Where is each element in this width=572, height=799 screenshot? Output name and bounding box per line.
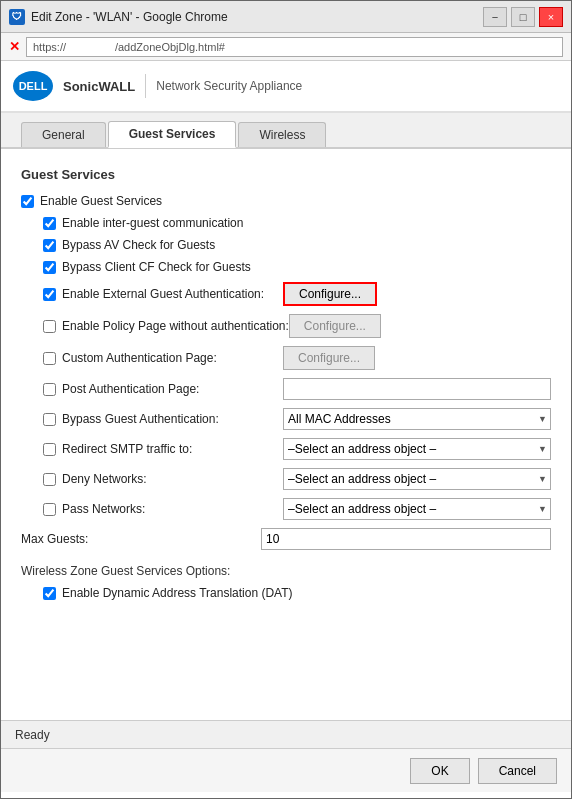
max-guests-row: Max Guests: — [21, 528, 551, 550]
av-check-checkbox[interactable] — [43, 239, 56, 252]
custom-auth-control: Configure... — [283, 346, 551, 370]
configure-policy-page-button[interactable]: Configure... — [289, 314, 381, 338]
av-check-label: Bypass AV Check for Guests — [62, 238, 215, 252]
configure-external-auth-button[interactable]: Configure... — [283, 282, 377, 306]
pass-networks-checkbox[interactable] — [43, 503, 56, 516]
tab-general[interactable]: General — [21, 122, 106, 147]
external-auth-control: Configure... — [283, 282, 551, 306]
cf-check-label: Bypass Client CF Check for Guests — [62, 260, 251, 274]
policy-page-row: Enable Policy Page without authenticatio… — [43, 314, 551, 338]
stop-icon[interactable]: ✕ — [9, 39, 20, 54]
post-auth-input[interactable] — [283, 378, 551, 400]
app-header: DELL SonicWALL Network Security Applianc… — [1, 61, 571, 113]
deny-networks-label: Deny Networks: — [43, 472, 283, 486]
deny-networks-control: –Select an address object – — [283, 468, 551, 490]
enable-guest-services-checkbox[interactable] — [21, 195, 34, 208]
cancel-button[interactable]: Cancel — [478, 758, 557, 784]
post-auth-row: Post Authentication Page: — [43, 378, 551, 400]
policy-page-label: Enable Policy Page without authenticatio… — [43, 319, 289, 333]
post-auth-label: Post Authentication Page: — [43, 382, 283, 396]
max-guests-control — [261, 528, 551, 550]
dat-checkbox[interactable] — [43, 587, 56, 600]
max-guests-label: Max Guests: — [21, 532, 261, 546]
content-area: Guest Services Enable Guest Services Ena… — [1, 149, 571, 720]
brand-text: SonicWALL — [63, 79, 135, 94]
deny-networks-select[interactable]: –Select an address object – — [283, 468, 551, 490]
maximize-button[interactable]: □ — [511, 7, 535, 27]
external-auth-row: Enable External Guest Authentication: Co… — [43, 282, 551, 306]
tab-guest-services[interactable]: Guest Services — [108, 121, 237, 148]
redirect-smtp-row: Redirect SMTP traffic to: –Select an add… — [43, 438, 551, 460]
redirect-smtp-checkbox[interactable] — [43, 443, 56, 456]
configure-custom-auth-button[interactable]: Configure... — [283, 346, 375, 370]
cf-check-row: Bypass Client CF Check for Guests — [43, 260, 551, 274]
deny-networks-checkbox[interactable] — [43, 473, 56, 486]
bypass-auth-select[interactable]: All MAC Addresses — [283, 408, 551, 430]
custom-auth-row: Custom Authentication Page: Configure... — [43, 346, 551, 370]
cf-check-checkbox[interactable] — [43, 261, 56, 274]
wireless-section-title: Wireless Zone Guest Services Options: — [21, 564, 551, 578]
enable-guest-services-label: Enable Guest Services — [40, 194, 162, 208]
redirect-smtp-label: Redirect SMTP traffic to: — [43, 442, 283, 456]
pass-networks-label: Pass Networks: — [43, 502, 283, 516]
header-divider — [145, 74, 146, 98]
title-bar: 🛡 Edit Zone - 'WLAN' - Google Chrome − □… — [1, 1, 571, 33]
tabs-row: General Guest Services Wireless — [1, 113, 571, 149]
redirect-smtp-select[interactable]: –Select an address object – — [283, 438, 551, 460]
tab-wireless[interactable]: Wireless — [238, 122, 326, 147]
max-guests-input[interactable] — [261, 528, 551, 550]
post-auth-control — [283, 378, 551, 400]
app-icon: 🛡 — [9, 9, 25, 25]
custom-auth-label: Custom Authentication Page: — [43, 351, 283, 365]
dialog-footer: OK Cancel — [1, 748, 571, 792]
policy-page-checkbox[interactable] — [43, 320, 56, 333]
redirect-smtp-control: –Select an address object – — [283, 438, 551, 460]
dat-label: Enable Dynamic Address Translation (DAT) — [62, 586, 293, 600]
pass-networks-select[interactable]: –Select an address object – — [283, 498, 551, 520]
wireless-section: Wireless Zone Guest Services Options: En… — [21, 564, 551, 600]
ok-button[interactable]: OK — [410, 758, 469, 784]
address-bar: ✕ — [1, 33, 571, 61]
pass-networks-row: Pass Networks: –Select an address object… — [43, 498, 551, 520]
status-text: Ready — [15, 728, 50, 742]
window-controls: − □ × — [483, 7, 563, 27]
bypass-auth-label: Bypass Guest Authentication: — [43, 412, 283, 426]
dat-row: Enable Dynamic Address Translation (DAT) — [43, 586, 551, 600]
close-button[interactable]: × — [539, 7, 563, 27]
external-auth-checkbox[interactable] — [43, 288, 56, 301]
app-name-text: Network Security Appliance — [156, 79, 302, 93]
inter-guest-label: Enable inter-guest communication — [62, 216, 243, 230]
custom-auth-checkbox[interactable] — [43, 352, 56, 365]
minimize-button[interactable]: − — [483, 7, 507, 27]
section-title: Guest Services — [21, 167, 551, 182]
inter-guest-checkbox[interactable] — [43, 217, 56, 230]
bypass-auth-control: All MAC Addresses — [283, 408, 551, 430]
dell-logo: DELL — [13, 71, 53, 101]
bypass-auth-row: Bypass Guest Authentication: All MAC Add… — [43, 408, 551, 430]
post-auth-checkbox[interactable] — [43, 383, 56, 396]
external-auth-label: Enable External Guest Authentication: — [43, 287, 283, 301]
inter-guest-row: Enable inter-guest communication — [43, 216, 551, 230]
bypass-auth-checkbox[interactable] — [43, 413, 56, 426]
policy-page-control: Configure... — [289, 314, 551, 338]
url-input[interactable] — [26, 37, 563, 57]
deny-networks-row: Deny Networks: –Select an address object… — [43, 468, 551, 490]
status-bar: Ready — [1, 720, 571, 748]
enable-guest-services-row: Enable Guest Services — [21, 194, 551, 208]
window-title: Edit Zone - 'WLAN' - Google Chrome — [31, 10, 483, 24]
pass-networks-control: –Select an address object – — [283, 498, 551, 520]
av-check-row: Bypass AV Check for Guests — [43, 238, 551, 252]
